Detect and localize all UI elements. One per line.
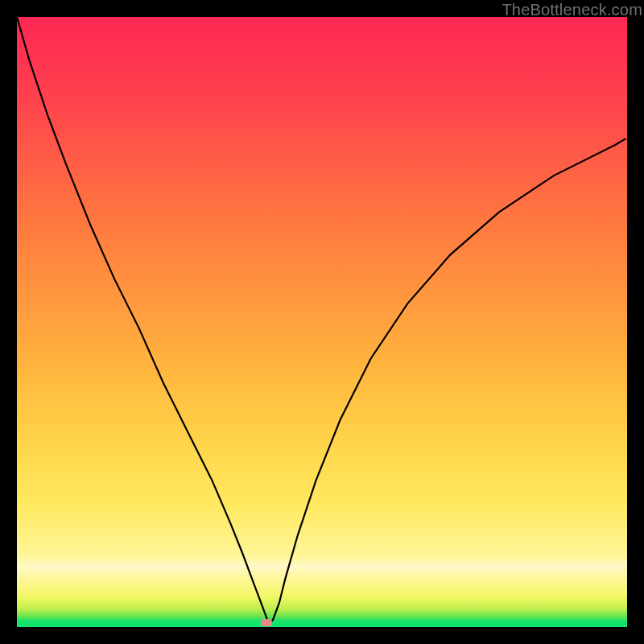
bottleneck-curve [17, 17, 627, 627]
bottleneck-gradient-plot [17, 17, 627, 627]
watermark-text: TheBottleneck.com [502, 1, 642, 19]
bottleneck-marker [261, 619, 272, 626]
